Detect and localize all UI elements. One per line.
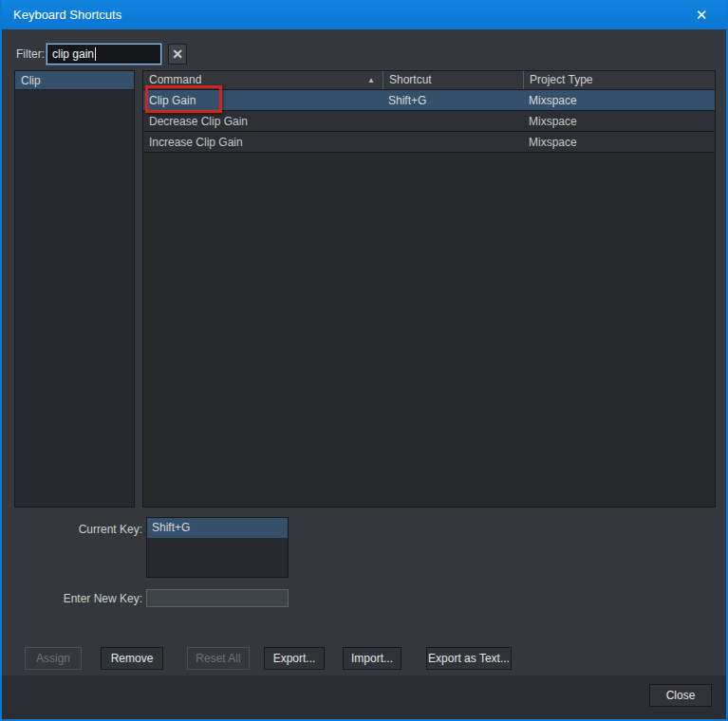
footer-bar: Close (2, 675, 726, 719)
cell-command: Clip Gain (143, 94, 383, 107)
category-list[interactable]: Clip (14, 70, 135, 508)
current-key-label: Current Key: (2, 523, 142, 536)
close-button[interactable]: Close (649, 684, 712, 707)
filter-input[interactable]: clip gain (47, 44, 161, 65)
column-header-project-type[interactable]: Project Type (523, 71, 715, 89)
reset-all-button: Reset All (187, 647, 250, 670)
category-item-clip[interactable]: Clip (15, 71, 134, 90)
table-row[interactable]: Decrease Clip Gain Mixspace (143, 111, 715, 132)
table-row[interactable]: Clip Gain Shift+G Mixspace (143, 90, 715, 111)
filter-label: Filter: (16, 47, 45, 61)
export-button[interactable]: Export... (264, 647, 325, 670)
window-close-icon[interactable]: ✕ (682, 0, 720, 29)
current-key-list[interactable]: Shift+G (146, 517, 289, 578)
assign-button: Assign (25, 647, 82, 670)
text-caret (95, 47, 96, 61)
cell-project-type: Mixspace (523, 136, 715, 149)
current-key-item[interactable]: Shift+G (147, 518, 288, 538)
export-as-text-button[interactable]: Export as Text... (426, 647, 512, 670)
enter-new-key-label: Enter New Key: (2, 592, 142, 605)
clear-filter-icon: ✕ (172, 46, 183, 62)
column-header-command[interactable]: Command ▲ (143, 71, 383, 89)
keyboard-shortcuts-dialog: Keyboard Shortcuts ✕ Filter: clip gain ✕… (0, 0, 728, 721)
table-row[interactable]: Increase Clip Gain Mixspace (143, 132, 715, 153)
sort-ascending-icon: ▲ (367, 71, 375, 89)
column-header-shortcut[interactable]: Shortcut (383, 71, 523, 89)
enter-new-key-input[interactable] (146, 589, 289, 607)
shortcut-table: Command ▲ Shortcut Project Type Clip Gai… (142, 70, 716, 508)
filter-input-value: clip gain (52, 47, 94, 61)
window-title: Keyboard Shortcuts (13, 8, 121, 22)
cell-project-type: Mixspace (523, 94, 715, 107)
remove-button[interactable]: Remove (101, 647, 163, 670)
cell-command: Increase Clip Gain (143, 136, 383, 149)
title-bar: Keyboard Shortcuts ✕ (0, 0, 728, 29)
cell-command: Decrease Clip Gain (143, 115, 383, 128)
cell-shortcut: Shift+G (383, 94, 523, 107)
import-button[interactable]: Import... (343, 647, 401, 670)
clear-filter-button[interactable]: ✕ (168, 44, 187, 65)
cell-project-type: Mixspace (523, 115, 715, 128)
table-header-row: Command ▲ Shortcut Project Type (143, 71, 715, 90)
